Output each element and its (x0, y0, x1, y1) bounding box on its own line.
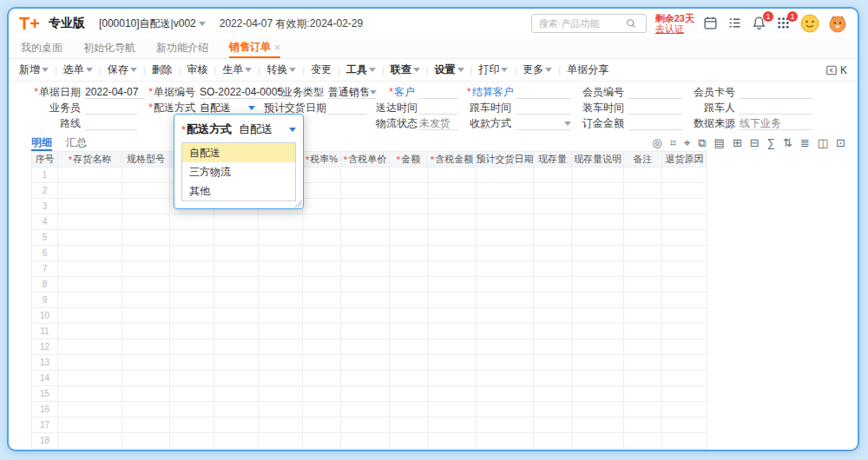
table-row[interactable]: 8 (32, 277, 707, 292)
field-input-路线[interactable] (85, 117, 137, 130)
toolbar-变更[interactable]: 变更 (311, 62, 332, 77)
field-input-收款方式[interactable] (516, 117, 571, 130)
field-input-送达时间[interactable] (419, 102, 458, 115)
field-input-跟车人[interactable] (740, 102, 812, 115)
sum-icon[interactable]: ∑ (767, 137, 775, 148)
field-input-订金金额[interactable] (628, 117, 682, 130)
account-selector[interactable]: [000010]自配送|v002 (99, 16, 206, 31)
toolbar-打印[interactable]: 打印 (478, 62, 508, 77)
field-input-跟车时间[interactable] (516, 102, 571, 115)
fullscreen-icon[interactable]: ⊡ (836, 137, 845, 148)
toolbar-保存[interactable]: 保存 (108, 62, 137, 77)
toolbar-审核[interactable]: 审核 (187, 62, 207, 77)
field-label-客户[interactable]: *客户 (376, 85, 419, 100)
table-row[interactable]: 17 (32, 417, 707, 433)
popup-option-自配送[interactable]: 自配送 (182, 143, 295, 162)
col-header-含税单价[interactable]: *含税单价 (341, 152, 390, 167)
tab-close-icon[interactable]: × (274, 42, 280, 54)
col-header-现存量[interactable]: 现存量 (534, 152, 572, 167)
table-row[interactable]: 7 (32, 261, 707, 277)
field-input-会员卡号[interactable] (740, 86, 812, 99)
search-icon[interactable] (626, 18, 636, 29)
detail-tab-汇总[interactable]: 汇总 (66, 134, 87, 151)
toolbar-选单[interactable]: 选单 (63, 62, 93, 77)
table-row[interactable]: 5 (32, 230, 707, 246)
toolbar-新增[interactable]: 新增 (19, 62, 49, 77)
table-row[interactable]: 12 (32, 339, 707, 355)
col-header-税率%[interactable]: *税率% (303, 152, 341, 167)
field-input-配送方式[interactable]: 自配送 (200, 102, 255, 115)
table-row[interactable]: 14 (32, 371, 707, 386)
toolbar-设置[interactable]: 设置 (435, 62, 464, 77)
tab-销售订单[interactable]: 销售订单× (229, 38, 280, 58)
col-header-金额[interactable]: *金额 (390, 152, 428, 167)
toolbar-转换[interactable]: 转换 (266, 62, 296, 77)
table-row[interactable]: 15 (32, 386, 707, 402)
toolbar-生单[interactable]: 生单 (222, 62, 252, 77)
col-header-备注[interactable]: 备注 (624, 152, 662, 167)
doc-icon[interactable]: ▤ (714, 137, 725, 148)
chevron-down-icon[interactable] (289, 128, 296, 132)
toolbar-单据分享[interactable]: 单据分享 (567, 62, 608, 77)
table-row[interactable]: 10 (32, 308, 707, 324)
table-row[interactable]: 16 (32, 402, 707, 417)
toolbar-联查[interactable]: 联查 (391, 62, 420, 77)
chevron-down-icon[interactable] (248, 106, 255, 110)
field-input-物流状态[interactable]: 未发货 (419, 117, 458, 130)
toolbar-更多[interactable]: 更多 (523, 62, 552, 77)
col-header-含税金额[interactable]: *含税金额 (428, 152, 477, 167)
apps-grid-icon[interactable]: 1 (776, 16, 792, 31)
table-row[interactable]: 13 (32, 355, 707, 371)
avatar-mascot-icon[interactable] (828, 14, 847, 33)
field-input-结算客户[interactable] (516, 86, 571, 99)
field-input-预计交货日期[interactable] (328, 102, 367, 115)
scan-icon[interactable]: ⌗ (670, 137, 676, 148)
popup-option-其他[interactable]: 其他 (182, 181, 295, 200)
resize-handle-icon[interactable] (295, 200, 302, 207)
table-row[interactable]: 4 (32, 214, 707, 230)
locate-icon[interactable]: ◎ (652, 137, 661, 148)
field-input-数据来源[interactable]: 线下业务 (740, 117, 812, 130)
sort-icon[interactable]: ⇅ (783, 137, 792, 148)
map-pin-icon[interactable]: ⌖ (684, 137, 690, 148)
avatar-smiley-icon[interactable] (800, 14, 819, 33)
certify-link[interactable]: 去认证 (655, 23, 684, 34)
table-row[interactable]: 18 (32, 433, 707, 449)
chevron-down-icon[interactable] (370, 90, 377, 95)
field-input-单据编号[interactable]: SO-2022-04-0005 (200, 86, 290, 99)
search-input[interactable] (537, 17, 626, 30)
field-input-业务员[interactable] (85, 102, 137, 115)
calendar-icon[interactable] (703, 16, 719, 31)
task-list-icon[interactable] (727, 16, 743, 31)
popup-option-三方物流[interactable]: 三方物流 (182, 162, 295, 181)
toolbar-工具[interactable]: 工具 (346, 62, 376, 77)
col-header-退货原因[interactable]: 退货原因 (662, 152, 707, 167)
batch-edit-icon[interactable]: ≣ (800, 137, 810, 148)
field-input-会员编号[interactable] (628, 86, 682, 99)
field-input-装车时间[interactable] (628, 102, 682, 115)
product-search[interactable] (531, 14, 647, 33)
columns-icon[interactable]: ◫ (818, 137, 828, 148)
table-row[interactable]: 3 (32, 199, 707, 214)
popup-field-value[interactable]: 自配送 (239, 122, 289, 137)
copy-icon[interactable]: ⧉ (698, 137, 706, 148)
insert-row-icon[interactable]: ⊞ (733, 137, 742, 148)
table-row[interactable]: 2 (32, 183, 707, 199)
table-row[interactable]: 6 (32, 246, 707, 261)
col-header-规格型号[interactable]: 规格型号 (122, 152, 170, 167)
table-row[interactable]: 11 (32, 324, 707, 339)
bell-icon[interactable]: 1 (752, 16, 767, 31)
field-input-单据日期[interactable]: 2022-04-07 (85, 86, 145, 99)
tab-初始化导航[interactable]: 初始化导航 (83, 38, 135, 58)
table-row[interactable]: 9 (32, 292, 707, 308)
chevron-down-icon[interactable] (564, 122, 571, 126)
table-row[interactable]: 1 (32, 168, 707, 183)
detail-tab-明细[interactable]: 明细 (31, 134, 52, 151)
col-header-现存量说明[interactable]: 现存量说明 (572, 152, 624, 167)
shortcut-hint[interactable]: K (825, 64, 847, 76)
field-label-结算客户[interactable]: *结算客户 (467, 85, 516, 100)
field-input-业务类型[interactable]: 普通销售 (328, 86, 377, 99)
toolbar-删除[interactable]: 删除 (152, 62, 173, 77)
field-input-客户[interactable] (419, 86, 458, 99)
col-header-序号[interactable]: 序号 (32, 152, 58, 167)
